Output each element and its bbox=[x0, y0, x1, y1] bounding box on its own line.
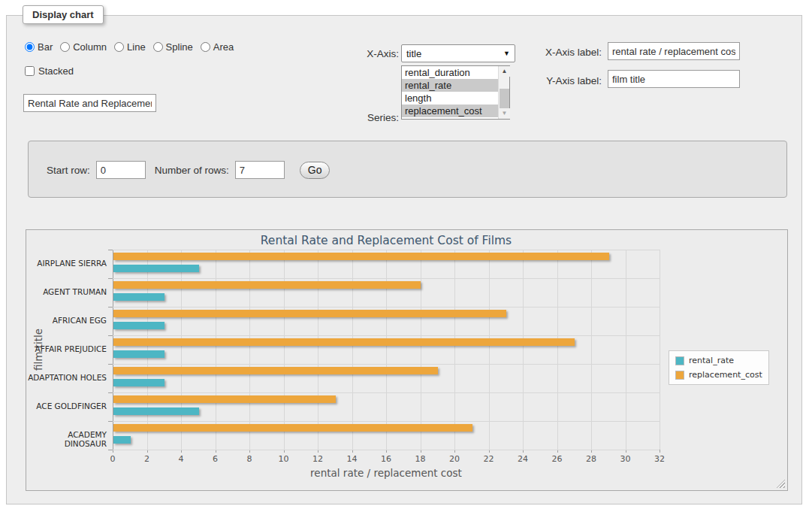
gridline-vertical bbox=[147, 250, 148, 450]
legend-swatch-replacement_cost bbox=[675, 371, 684, 380]
x-tick-label: 4 bbox=[166, 454, 196, 464]
gridline-vertical bbox=[660, 250, 660, 450]
radio-bar[interactable] bbox=[25, 42, 35, 52]
radio-label: Column bbox=[73, 41, 107, 53]
stacked-checkbox[interactable] bbox=[25, 66, 35, 76]
category-label: AFFAIR PREJUDICE bbox=[26, 344, 107, 353]
x-tick-label: 2 bbox=[132, 454, 162, 464]
series-option-rental_rate[interactable]: rental_rate bbox=[402, 79, 498, 92]
x-tick-label: 28 bbox=[576, 454, 606, 464]
legend-label: rental_rate bbox=[689, 356, 734, 365]
x-tick-label: 0 bbox=[98, 454, 128, 464]
bar-replacement_cost[interactable] bbox=[113, 338, 575, 346]
number-of-rows-input[interactable] bbox=[235, 161, 285, 179]
category-label: ADAPTATION HOLES bbox=[26, 373, 107, 382]
x-axis-label-input[interactable] bbox=[608, 42, 740, 60]
radio-area[interactable] bbox=[201, 42, 210, 52]
gridline-vertical bbox=[591, 250, 592, 450]
category-label: ACADEMY DINOSAUR bbox=[26, 430, 107, 448]
gridline-vertical bbox=[626, 250, 626, 450]
x-tick-label: 30 bbox=[611, 454, 641, 464]
bar-rental_rate[interactable] bbox=[113, 293, 165, 301]
chart-title-input[interactable] bbox=[23, 94, 156, 112]
gridline-horizontal bbox=[113, 250, 660, 250]
radio-label: Bar bbox=[38, 41, 53, 53]
start-row-label: Start row: bbox=[47, 165, 90, 176]
radio-label: Spline bbox=[166, 41, 193, 53]
radio-line[interactable] bbox=[114, 42, 124, 52]
resize-handle-icon[interactable] bbox=[777, 480, 785, 488]
legend-item-rental_rate[interactable]: rental_rate bbox=[675, 356, 762, 365]
bar-rental_rate[interactable] bbox=[113, 350, 165, 358]
series-option-replacement_cost[interactable]: replacement_cost bbox=[402, 105, 498, 117]
chart-type-option-bar[interactable]: Bar bbox=[25, 41, 53, 53]
gridline-vertical bbox=[386, 250, 387, 450]
y-axis-tick bbox=[108, 278, 113, 279]
legend-swatch-rental_rate bbox=[675, 356, 684, 365]
bar-replacement_cost[interactable] bbox=[113, 281, 421, 289]
gridline-vertical bbox=[318, 250, 318, 450]
scrollbar-thumb[interactable] bbox=[500, 89, 509, 108]
bar-replacement_cost[interactable] bbox=[113, 253, 609, 260]
chart-container: Rental Rate and Replacement Cost of Film… bbox=[26, 229, 788, 491]
x-tick-label: 26 bbox=[542, 454, 572, 464]
x-tick-label: 6 bbox=[201, 454, 231, 464]
gridline-vertical bbox=[421, 250, 421, 450]
row-controls-panel: Start row: Number of rows: Go bbox=[28, 141, 787, 198]
chart-type-option-spline[interactable]: Spline bbox=[153, 41, 193, 53]
category-label: AFRICAN EGG bbox=[26, 316, 107, 325]
bar-replacement_cost[interactable] bbox=[113, 310, 506, 317]
radio-spline[interactable] bbox=[153, 42, 163, 52]
radio-column[interactable] bbox=[60, 42, 70, 52]
series-option-rental_duration[interactable]: rental_duration bbox=[402, 66, 498, 79]
go-button[interactable]: Go bbox=[300, 162, 331, 179]
legend-item-replacement_cost[interactable]: replacement_cost bbox=[675, 370, 762, 380]
gridline-horizontal bbox=[113, 364, 660, 365]
series-option-length[interactable]: length bbox=[402, 92, 498, 105]
bar-replacement_cost[interactable] bbox=[113, 367, 438, 374]
gridline-vertical bbox=[181, 250, 182, 450]
series-multiselect[interactable]: rental_durationrental_ratelengthreplacem… bbox=[401, 65, 510, 120]
chart-type-radios: BarColumnLineSplineArea bbox=[25, 41, 234, 53]
x-axis-select-label: X-Axis: bbox=[324, 48, 399, 59]
gridline-horizontal bbox=[113, 421, 660, 422]
x-tick-label: 12 bbox=[303, 454, 333, 464]
bar-rental_rate[interactable] bbox=[113, 322, 165, 329]
series-scrollbar[interactable]: ▲ ▼ bbox=[498, 66, 509, 119]
category-label: AIRPLANE SIERRA bbox=[26, 259, 107, 268]
x-tick-label: 10 bbox=[269, 454, 299, 464]
chart-type-option-line[interactable]: Line bbox=[114, 41, 146, 53]
chart-type-option-area[interactable]: Area bbox=[201, 41, 234, 53]
gridline-vertical bbox=[523, 250, 524, 450]
x-axis-title: rental rate / replacement cost bbox=[113, 467, 660, 479]
bar-rental_rate[interactable] bbox=[113, 436, 131, 444]
plot-area bbox=[113, 250, 660, 450]
category-label: AGENT TRUMAN bbox=[26, 287, 107, 296]
bar-replacement_cost[interactable] bbox=[113, 395, 336, 403]
y-axis-line bbox=[113, 250, 113, 450]
bar-replacement_cost[interactable] bbox=[113, 424, 472, 432]
number-of-rows-label: Number of rows: bbox=[155, 165, 229, 176]
bar-rental_rate[interactable] bbox=[113, 265, 199, 272]
bar-rental_rate[interactable] bbox=[113, 379, 165, 386]
x-tick-label: 22 bbox=[474, 454, 504, 464]
gridline-horizontal bbox=[113, 392, 660, 393]
stacked-checkbox-row[interactable]: Stacked bbox=[25, 65, 74, 77]
x-tick-label: 14 bbox=[337, 454, 367, 464]
bar-rental_rate[interactable] bbox=[113, 407, 199, 415]
gridline-vertical bbox=[352, 250, 353, 450]
scroll-down-icon[interactable]: ▼ bbox=[499, 108, 510, 119]
radio-label: Area bbox=[213, 41, 234, 53]
gridline-horizontal bbox=[113, 307, 660, 308]
y-axis-label-input[interactable] bbox=[608, 70, 740, 88]
chart-title: Rental Rate and Replacement Cost of Film… bbox=[113, 234, 660, 247]
gridline-vertical bbox=[489, 250, 490, 450]
x-tick-label: 24 bbox=[508, 454, 538, 464]
chart-type-option-column[interactable]: Column bbox=[60, 41, 107, 53]
y-axis-tick bbox=[108, 450, 113, 450]
start-row-input[interactable] bbox=[96, 161, 146, 179]
gridline-horizontal bbox=[113, 335, 660, 336]
series-select-label: Series: bbox=[324, 112, 399, 123]
y-axis-tick bbox=[108, 307, 113, 308]
x-tick-label: 20 bbox=[439, 454, 469, 464]
